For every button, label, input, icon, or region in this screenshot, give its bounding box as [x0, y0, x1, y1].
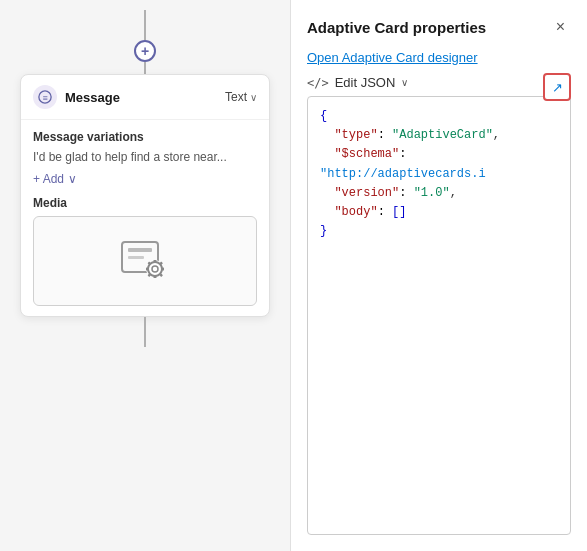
close-button[interactable]: × — [550, 16, 571, 38]
media-box[interactable] — [33, 216, 257, 306]
message-card-body: Message variations I'd be glad to help f… — [21, 120, 269, 316]
add-chevron-icon: ∨ — [68, 172, 77, 186]
connector-bottom — [144, 317, 146, 347]
add-variation-label: + Add — [33, 172, 64, 186]
edit-json-bar: </> Edit JSON ∨ ↗ — [307, 75, 571, 90]
media-section: Media — [33, 196, 257, 306]
panel-title: Adaptive Card properties — [307, 19, 486, 36]
edit-json-chevron-icon: ∨ — [401, 77, 408, 88]
code-icon: </> — [307, 76, 329, 90]
connector-top — [144, 10, 146, 40]
svg-rect-9 — [154, 275, 157, 278]
svg-rect-4 — [128, 256, 144, 259]
variations-label: Message variations — [33, 130, 257, 144]
json-line-1: { — [320, 107, 558, 126]
connector-mid — [144, 62, 146, 74]
message-icon: ≡ — [33, 85, 57, 109]
message-card-header: ≡ Message Text ∨ — [21, 75, 269, 120]
media-label: Media — [33, 196, 257, 210]
card-icon — [120, 246, 166, 288]
variation-text: I'd be glad to help find a store near... — [33, 150, 257, 164]
right-panel: Adaptive Card properties × Open Adaptive… — [290, 0, 587, 551]
svg-text:≡: ≡ — [42, 93, 47, 103]
add-variation-link[interactable]: + Add ∨ — [33, 172, 257, 186]
message-title: Message — [65, 90, 217, 105]
json-line-6: } — [320, 222, 558, 241]
expand-icon: ↗ — [552, 80, 563, 95]
expand-button[interactable]: ↗ — [543, 73, 571, 101]
add-button[interactable]: + — [134, 40, 156, 62]
json-line-2: "type": "AdaptiveCard", — [320, 126, 558, 145]
json-line-3: "$schema": "http://adaptivecards.i — [320, 145, 558, 183]
json-line-5: "body": [] — [320, 203, 558, 222]
media-icon-wrapper — [120, 236, 170, 286]
json-line-4: "version": "1.0", — [320, 184, 558, 203]
panel-header: Adaptive Card properties × — [307, 16, 571, 38]
svg-rect-3 — [128, 248, 152, 252]
left-panel: + ≡ Message Text ∨ Message variations I'… — [0, 0, 290, 551]
message-card: ≡ Message Text ∨ Message variations I'd … — [20, 74, 270, 317]
svg-rect-8 — [154, 260, 157, 263]
open-designer-link[interactable]: Open Adaptive Card designer — [307, 50, 571, 65]
svg-rect-10 — [146, 268, 149, 271]
text-badge-label: Text — [225, 90, 247, 104]
svg-rect-11 — [161, 268, 164, 271]
json-editor[interactable]: { "type": "AdaptiveCard", "$schema": "ht… — [307, 96, 571, 535]
edit-json-label[interactable]: Edit JSON — [335, 75, 396, 90]
text-badge[interactable]: Text ∨ — [225, 90, 257, 104]
text-chevron-icon: ∨ — [250, 92, 257, 103]
